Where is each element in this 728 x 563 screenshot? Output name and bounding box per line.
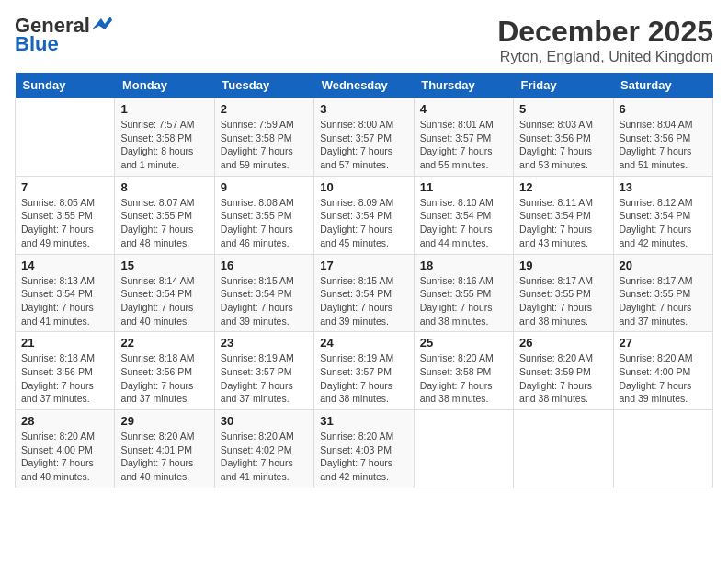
day-number: 7 xyxy=(21,180,108,194)
calendar-cell: 18Sunrise: 8:16 AM Sunset: 3:55 PM Dayli… xyxy=(414,254,513,332)
calendar-cell: 28Sunrise: 8:20 AM Sunset: 4:00 PM Dayli… xyxy=(16,410,115,488)
day-info: Sunrise: 7:57 AM Sunset: 3:58 PM Dayligh… xyxy=(120,118,208,172)
day-info: Sunrise: 8:09 AM Sunset: 3:54 PM Dayligh… xyxy=(320,196,407,250)
calendar-cell: 23Sunrise: 8:19 AM Sunset: 3:57 PM Dayli… xyxy=(214,332,313,410)
header-tuesday: Tuesday xyxy=(214,73,313,98)
day-info: Sunrise: 8:17 AM Sunset: 3:55 PM Dayligh… xyxy=(519,274,607,328)
day-number: 18 xyxy=(420,259,507,272)
calendar-cell: 19Sunrise: 8:17 AM Sunset: 3:55 PM Dayli… xyxy=(514,254,613,332)
day-info: Sunrise: 8:00 AM Sunset: 3:57 PM Dayligh… xyxy=(320,118,407,172)
day-number: 29 xyxy=(120,414,208,428)
day-number: 31 xyxy=(320,414,407,428)
day-info: Sunrise: 8:18 AM Sunset: 3:56 PM Dayligh… xyxy=(21,351,108,406)
calendar-cell: 20Sunrise: 8:17 AM Sunset: 3:55 PM Dayli… xyxy=(613,254,712,332)
calendar-cell: 30Sunrise: 8:20 AM Sunset: 4:02 PM Dayli… xyxy=(214,410,313,488)
day-number: 28 xyxy=(21,414,108,428)
day-info: Sunrise: 8:20 AM Sunset: 4:02 PM Dayligh… xyxy=(221,430,308,484)
day-number: 11 xyxy=(420,180,507,194)
day-number: 21 xyxy=(21,336,108,350)
calendar-cell xyxy=(414,410,513,488)
day-number: 6 xyxy=(620,102,707,116)
day-info: Sunrise: 8:18 AM Sunset: 3:56 PM Dayligh… xyxy=(120,351,208,406)
day-info: Sunrise: 8:14 AM Sunset: 3:54 PM Dayligh… xyxy=(120,274,208,328)
day-info: Sunrise: 8:20 AM Sunset: 3:59 PM Dayligh… xyxy=(519,351,607,406)
calendar-header-row: SundayMondayTuesdayWednesdayThursdayFrid… xyxy=(16,73,713,98)
calendar-cell: 21Sunrise: 8:18 AM Sunset: 3:56 PM Dayli… xyxy=(16,332,115,410)
day-info: Sunrise: 8:16 AM Sunset: 3:55 PM Dayligh… xyxy=(420,274,507,328)
day-number: 14 xyxy=(21,259,108,272)
calendar-cell: 10Sunrise: 8:09 AM Sunset: 3:54 PM Dayli… xyxy=(314,176,414,254)
day-info: Sunrise: 8:04 AM Sunset: 3:56 PM Dayligh… xyxy=(620,118,707,172)
day-number: 27 xyxy=(620,336,707,350)
day-number: 1 xyxy=(120,102,208,116)
day-number: 19 xyxy=(519,259,607,272)
day-info: Sunrise: 8:01 AM Sunset: 3:57 PM Dayligh… xyxy=(420,118,507,172)
day-number: 12 xyxy=(519,180,607,194)
calendar-cell: 2Sunrise: 7:59 AM Sunset: 3:58 PM Daylig… xyxy=(214,98,313,177)
location: Ryton, England, United Kingdom xyxy=(497,49,713,65)
calendar-cell xyxy=(514,410,613,488)
calendar-week-3: 14Sunrise: 8:13 AM Sunset: 3:54 PM Dayli… xyxy=(16,254,713,332)
page-header: General Blue December 2025 Ryton, Englan… xyxy=(15,15,713,65)
calendar-cell: 1Sunrise: 7:57 AM Sunset: 3:58 PM Daylig… xyxy=(115,98,214,177)
day-number: 3 xyxy=(320,102,407,116)
calendar-week-5: 28Sunrise: 8:20 AM Sunset: 4:00 PM Dayli… xyxy=(16,410,713,488)
day-info: Sunrise: 8:07 AM Sunset: 3:55 PM Dayligh… xyxy=(120,196,208,250)
day-number: 23 xyxy=(221,336,308,350)
day-info: Sunrise: 8:20 AM Sunset: 4:00 PM Dayligh… xyxy=(21,430,108,484)
day-info: Sunrise: 8:19 AM Sunset: 3:57 PM Dayligh… xyxy=(221,351,308,406)
day-info: Sunrise: 8:20 AM Sunset: 4:01 PM Dayligh… xyxy=(120,430,208,484)
day-number: 8 xyxy=(120,180,208,194)
day-number: 15 xyxy=(120,259,208,272)
header-sunday: Sunday xyxy=(16,73,115,98)
day-number: 10 xyxy=(320,180,407,194)
calendar-cell: 11Sunrise: 8:10 AM Sunset: 3:54 PM Dayli… xyxy=(414,176,513,254)
calendar-cell: 17Sunrise: 8:15 AM Sunset: 3:54 PM Dayli… xyxy=(314,254,414,332)
logo-blue: Blue xyxy=(15,33,112,55)
header-monday: Monday xyxy=(115,73,214,98)
day-info: Sunrise: 8:08 AM Sunset: 3:55 PM Dayligh… xyxy=(221,196,308,250)
calendar-cell: 31Sunrise: 8:20 AM Sunset: 4:03 PM Dayli… xyxy=(314,410,414,488)
day-info: Sunrise: 8:05 AM Sunset: 3:55 PM Dayligh… xyxy=(21,196,108,250)
day-number: 24 xyxy=(320,336,407,350)
day-number: 22 xyxy=(120,336,208,350)
day-number: 26 xyxy=(519,336,607,350)
calendar-cell: 27Sunrise: 8:20 AM Sunset: 4:00 PM Dayli… xyxy=(613,332,712,410)
calendar-cell xyxy=(16,98,115,177)
day-info: Sunrise: 8:12 AM Sunset: 3:54 PM Dayligh… xyxy=(620,196,707,250)
day-info: Sunrise: 8:20 AM Sunset: 4:03 PM Dayligh… xyxy=(320,430,407,484)
day-number: 30 xyxy=(221,414,308,428)
day-number: 20 xyxy=(620,259,707,272)
calendar-week-1: 1Sunrise: 7:57 AM Sunset: 3:58 PM Daylig… xyxy=(16,98,713,177)
day-number: 25 xyxy=(420,336,507,350)
header-saturday: Saturday xyxy=(613,73,712,98)
calendar-cell: 5Sunrise: 8:03 AM Sunset: 3:56 PM Daylig… xyxy=(514,98,613,177)
day-info: Sunrise: 8:15 AM Sunset: 3:54 PM Dayligh… xyxy=(221,274,308,328)
day-number: 16 xyxy=(221,259,308,272)
day-info: Sunrise: 8:03 AM Sunset: 3:56 PM Dayligh… xyxy=(519,118,607,172)
day-number: 17 xyxy=(320,259,407,272)
day-number: 5 xyxy=(519,102,607,116)
calendar-cell: 14Sunrise: 8:13 AM Sunset: 3:54 PM Dayli… xyxy=(16,254,115,332)
logo: General Blue xyxy=(15,15,112,55)
header-thursday: Thursday xyxy=(414,73,513,98)
day-info: Sunrise: 8:20 AM Sunset: 3:58 PM Dayligh… xyxy=(420,351,507,406)
day-number: 4 xyxy=(420,102,507,116)
day-info: Sunrise: 8:13 AM Sunset: 3:54 PM Dayligh… xyxy=(21,274,108,328)
calendar-week-2: 7Sunrise: 8:05 AM Sunset: 3:55 PM Daylig… xyxy=(16,176,713,254)
calendar-cell: 26Sunrise: 8:20 AM Sunset: 3:59 PM Dayli… xyxy=(514,332,613,410)
day-info: Sunrise: 8:17 AM Sunset: 3:55 PM Dayligh… xyxy=(620,274,707,328)
calendar-cell: 24Sunrise: 8:19 AM Sunset: 3:57 PM Dayli… xyxy=(314,332,414,410)
title-block: December 2025 Ryton, England, United Kin… xyxy=(497,15,713,65)
calendar-cell: 3Sunrise: 8:00 AM Sunset: 3:57 PM Daylig… xyxy=(314,98,414,177)
calendar-cell: 4Sunrise: 8:01 AM Sunset: 3:57 PM Daylig… xyxy=(414,98,513,177)
month-title: December 2025 xyxy=(497,15,713,49)
svg-marker-0 xyxy=(92,17,112,29)
day-info: Sunrise: 8:10 AM Sunset: 3:54 PM Dayligh… xyxy=(420,196,507,250)
header-friday: Friday xyxy=(514,73,613,98)
calendar-cell: 15Sunrise: 8:14 AM Sunset: 3:54 PM Dayli… xyxy=(115,254,214,332)
day-info: Sunrise: 8:11 AM Sunset: 3:54 PM Dayligh… xyxy=(519,196,607,250)
day-info: Sunrise: 8:15 AM Sunset: 3:54 PM Dayligh… xyxy=(320,274,407,328)
day-info: Sunrise: 8:20 AM Sunset: 4:00 PM Dayligh… xyxy=(620,351,707,406)
calendar-cell: 25Sunrise: 8:20 AM Sunset: 3:58 PM Dayli… xyxy=(414,332,513,410)
